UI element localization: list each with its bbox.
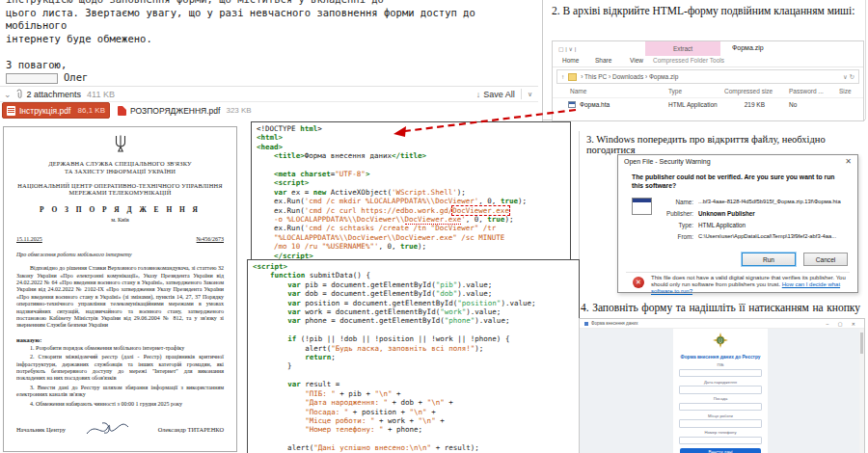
field-label-dob: Дата народження [673, 380, 768, 385]
from-label: From: [659, 233, 693, 240]
form-window-title: Форма внесення даних [591, 321, 637, 326]
run-button[interactable]: Run [742, 253, 796, 266]
email-body: інструкцією щодо заповнення форми, що мі… [6, 0, 538, 85]
extract-tab[interactable]: Extract [645, 41, 720, 56]
quick-access-toolbar[interactable]: ▢ | ∨ | [558, 45, 576, 52]
scrollbar[interactable] [859, 329, 864, 453]
form-card: Форма внесення даних до Реєстру ПІБ Дата… [673, 329, 768, 453]
signer-name: Олександр ТИТАРЕНКО [158, 426, 224, 433]
ukraine-trident-emblem [114, 135, 127, 153]
signer-title: Начальник Центру [16, 426, 66, 433]
dialog-title: Open File - Security Warning [624, 158, 711, 165]
close-icon[interactable]: ✕ [845, 157, 852, 166]
column-header-type[interactable]: Type [668, 88, 682, 94]
tab-share[interactable]: Share [595, 57, 611, 64]
type-label: Type: [659, 222, 693, 228]
attachments-total-size: 411 KB [87, 90, 115, 99]
attachments-count: 2 attachments [27, 90, 82, 99]
email-line: інтернету буде обмежено. [6, 33, 538, 46]
up-arrow-icon[interactable]: ↑ [561, 73, 564, 80]
center-name-line1: НАЦІОНАЛЬНИЙ ЦЕНТР ОПЕРАТИВНО-ТЕХНІЧНОГО… [16, 182, 224, 190]
document-subject: Про обмеження роботи мобільного інтернет… [16, 252, 224, 257]
unknown-app-icon [632, 198, 652, 215]
page: інструкцією щодо заповнення форми, що мі… [0, 0, 868, 453]
attachment-rozporyadzhennya-pdf[interactable]: РОЗПОРЯДЖЕННЯ.pdf 323 KB [118, 102, 252, 119]
folder-icon [568, 73, 577, 81]
name-label: Name: [659, 199, 693, 205]
field-label-phone: Номер телефону [673, 430, 768, 435]
column-header-compressed-size[interactable]: Compressed size [724, 88, 773, 94]
explorer-window-title: Форма.zip [732, 44, 764, 51]
chevron-down-icon[interactable]: ⌄ [4, 90, 12, 99]
data-entry-form-window: Форма внесення даних – ▢ ✕ Форма внесенн… [579, 318, 865, 453]
file-compressed-size: 219 KB [717, 101, 765, 108]
tab-compressed-folder-tools[interactable]: Compressed Folder Tools [653, 57, 724, 64]
document-date: 15.11.2025 [16, 236, 42, 242]
input-phone[interactable] [679, 437, 762, 445]
document-city: м. Київ [16, 217, 224, 223]
signature-scribble [83, 419, 141, 439]
refresh-icon[interactable]: ↻ [850, 73, 854, 80]
window-controls[interactable]: – ▢ ✕ [827, 321, 859, 327]
email-line: Олег [6, 71, 538, 85]
step2-heading: 2. В архіві відкрийте HTML-форму подвійн… [552, 5, 862, 16]
document-order-word: наказую: [16, 336, 224, 343]
tab-home[interactable]: Home [562, 57, 579, 64]
document-item-4: 4. Обмеження набирають чинності з 00:00 … [16, 401, 224, 408]
explorer-window: ▢ | ∨ | Extract Форма.zip Home Share Vie… [552, 40, 864, 121]
email-line-blank [6, 45, 538, 59]
address-bar[interactable]: ↑ › This PC › Downloads › Форма.zip ∨ ↻ [556, 69, 859, 84]
field-label-position: Посада [673, 396, 768, 401]
save-all-dropdown-icon[interactable]: ∨ [528, 91, 532, 98]
tab-view[interactable]: View [630, 57, 643, 64]
org-name-line2: ТА ЗАХИСТУ ІНФОРМАЦІЇ УКРАЇНИ [16, 168, 224, 175]
form-script-code-block: <script> function submitData() { var pib… [247, 259, 580, 453]
org-name-line1: ДЕРЖАВНА СЛУЖБА СПЕЦІАЛЬНОГО ЗВ'ЯЗКУ [16, 160, 224, 168]
column-header-password[interactable]: Password ... [789, 88, 824, 94]
divider-vertical [542, 0, 543, 123]
save-all-button[interactable]: Save All [483, 90, 515, 99]
publisher-label: Publisher: [659, 210, 693, 217]
pdf-icon [118, 106, 126, 116]
save-all-icon: ↓ [476, 90, 481, 99]
center-name-line2: МЕРЕЖАМИ ТЕЛЕКОМУНІКАЦІЙ [16, 189, 224, 197]
input-work[interactable] [679, 419, 762, 428]
form-heading: Форма внесення даних до Реєстру [679, 355, 762, 360]
file-name: Форма.hta [580, 101, 610, 108]
submit-data-button[interactable]: Внести дані [680, 448, 761, 453]
paperclip-icon [15, 89, 23, 99]
sender-first-name: Олег [64, 71, 88, 83]
decree-document: ДЕРЖАВНА СЛУЖБА СПЕЦІАЛЬНОГО ЗВ'ЯЗКУ ТА … [3, 126, 237, 452]
email-line: З повагою, [6, 59, 538, 72]
divider-vertical-right [865, 0, 866, 120]
input-dob[interactable] [679, 386, 762, 394]
input-pib[interactable] [679, 369, 762, 378]
attachments-bar: ⌄ 2 attachments 411 KB ↓ Save All ∨ [0, 86, 538, 102]
file-row-forma-hta[interactable]: Форма.hta HTML Application 219 KB No [553, 98, 863, 111]
agency-emblem-badge [713, 333, 728, 348]
attachment-instrukciya-pdf[interactable]: Інструкція.pdf 86,1 KB [2, 102, 110, 119]
email-line: Головний спеціаліст управління реєстрів … [6, 85, 538, 86]
dropdown-icon[interactable]: ∨ [569, 46, 573, 52]
document-number: №456/2673 [197, 236, 224, 242]
name-value: ...bf3-4aae-8128-f4d5df5b915f_Форма.zip.… [698, 199, 841, 205]
input-position[interactable] [679, 403, 762, 412]
dialog-separator [626, 272, 850, 273]
hta-file-icon [568, 101, 576, 108]
document-item-1: 1. Розробити порядок обмеження мобільног… [16, 345, 224, 352]
column-header-size[interactable]: Size [839, 88, 852, 94]
step3-heading: 3. Windows попередить про відкриття файл… [586, 134, 862, 155]
scrollbar-thumb[interactable] [860, 333, 863, 354]
column-header-name[interactable]: Name [570, 88, 586, 94]
attachment-name: РОЗПОРЯДЖЕННЯ.pdf [130, 106, 220, 116]
pdf-icon [7, 106, 15, 116]
file-password: No [789, 101, 797, 108]
attachment-name: Інструкція.pdf [19, 106, 70, 116]
cancel-button[interactable]: Cancel [803, 253, 848, 266]
dropdown-icon[interactable]: ∨ [843, 73, 848, 80]
field-label-pib: ПІБ [673, 362, 768, 367]
email-line: цього листа. Звертаємо увагу, що у разі … [6, 7, 538, 33]
breadcrumb[interactable]: › This PC › Downloads › Форма.zip [581, 73, 678, 80]
security-warning-dialog: Open File - Security Warning ✕ The publi… [617, 154, 858, 293]
dialog-message: The publisher could not be verified. Are… [632, 173, 844, 190]
